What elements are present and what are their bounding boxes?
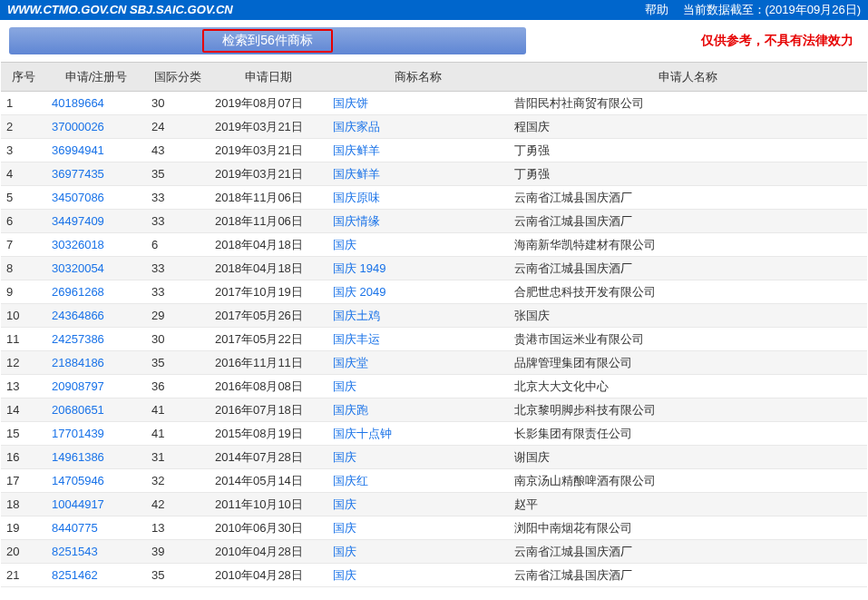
cell-date: 2019年03月21日 <box>210 162 327 186</box>
cell-seq: 4 <box>1 162 46 186</box>
cell-seq: 9 <box>1 280 46 304</box>
name-link[interactable]: 国庆 <box>333 521 356 535</box>
cell-reg: 36977435 <box>46 162 146 186</box>
cell-reg: 14961386 <box>46 446 146 469</box>
name-link[interactable]: 国庆 <box>333 379 356 393</box>
cell-name: 国庆跑 <box>327 398 509 422</box>
cell-name: 国庆饼 <box>327 92 509 115</box>
cell-seq: 16 <box>1 446 46 469</box>
reg-link[interactable]: 8251462 <box>52 568 98 582</box>
reg-link[interactable]: 30326018 <box>52 238 104 251</box>
reg-link[interactable]: 36977435 <box>52 167 104 181</box>
reg-link[interactable]: 21884186 <box>52 356 104 369</box>
cell-reg: 14705946 <box>46 469 146 493</box>
cell-applicant: 丁勇强 <box>509 162 867 186</box>
cell-applicant: 张国庆 <box>509 304 867 328</box>
cell-date: 2011年10月10日 <box>210 493 327 516</box>
name-link[interactable]: 国庆鲜羊 <box>333 167 380 181</box>
cell-class: 32 <box>146 469 210 493</box>
reg-link[interactable]: 24364866 <box>52 309 104 322</box>
name-link[interactable]: 国庆 <box>333 545 356 558</box>
table-row: 237000026242019年03月21日国庆家品程国庆 <box>1 115 867 139</box>
cell-seq: 1 <box>1 92 46 115</box>
disclaimer-text: 仅供参考，不具有法律效力 <box>701 33 853 49</box>
reg-link[interactable]: 14961386 <box>52 450 104 464</box>
cell-name: 国庆土鸡 <box>327 304 509 328</box>
table-row: 830320054332018年04月18日国庆 1949云南省江城县国庆酒厂 <box>1 257 867 280</box>
cell-seq: 13 <box>1 375 46 398</box>
table-row: 208251543392010年04月28日国庆云南省江城县国庆酒厂 <box>1 540 867 564</box>
name-link[interactable]: 国庆红 <box>333 474 368 487</box>
reg-link[interactable]: 14705946 <box>52 474 104 487</box>
cell-class: 36 <box>146 375 210 398</box>
name-link[interactable]: 国庆家品 <box>333 120 380 133</box>
cell-applicant: 合肥世忠科技开发有限公司 <box>509 280 867 304</box>
table-row: 926961268332017年10月19日国庆 2049合肥世忠科技开发有限公… <box>1 280 867 304</box>
name-link[interactable]: 国庆 1949 <box>333 261 386 275</box>
name-link[interactable]: 国庆 2049 <box>333 285 386 299</box>
reg-link[interactable]: 17701439 <box>52 427 104 440</box>
name-link[interactable]: 国庆跑 <box>333 403 368 417</box>
cell-reg: 20908797 <box>46 375 146 398</box>
col-header-class: 国际分类 <box>146 63 210 92</box>
cell-date: 2016年07月18日 <box>210 398 327 422</box>
name-link[interactable]: 国庆原味 <box>333 191 380 204</box>
table-row: 1714705946322014年05月14日国庆红南京汤山精酿啤酒有限公司 <box>1 469 867 493</box>
cell-class: 41 <box>146 398 210 422</box>
reg-link[interactable]: 10044917 <box>52 497 104 511</box>
reg-link[interactable]: 36994941 <box>52 143 104 157</box>
cell-class: 24 <box>146 115 210 139</box>
cell-applicant: 南京汤山精酿啤酒有限公司 <box>509 469 867 493</box>
reg-link[interactable]: 40189664 <box>52 96 104 110</box>
cell-name: 国庆 <box>327 446 509 469</box>
cell-date: 2019年03月21日 <box>210 115 327 139</box>
cell-name: 国庆 <box>327 493 509 516</box>
name-link[interactable]: 国庆十点钟 <box>333 427 392 440</box>
cell-applicant: 云南省江城县国庆酒厂 <box>509 564 867 587</box>
name-link[interactable]: 国庆 <box>333 497 356 511</box>
reg-link[interactable]: 20908797 <box>52 379 104 393</box>
cell-applicant: 海南新华凯特建材有限公司 <box>509 233 867 257</box>
cell-date: 2019年03月21日 <box>210 139 327 162</box>
reg-link[interactable]: 8251543 <box>52 545 98 558</box>
cell-class: 33 <box>146 186 210 210</box>
cell-seq: 5 <box>1 186 46 210</box>
reg-link[interactable]: 37000026 <box>52 120 104 133</box>
reg-link[interactable]: 24257386 <box>52 332 104 346</box>
name-link[interactable]: 国庆土鸡 <box>333 309 380 322</box>
name-link[interactable]: 国庆丰运 <box>333 332 380 346</box>
cell-date: 2018年11月06日 <box>210 186 327 210</box>
cell-class: 33 <box>146 257 210 280</box>
cell-date: 2018年11月06日 <box>210 210 327 233</box>
cell-applicant: 品牌管理集团有限公司 <box>509 351 867 375</box>
cell-date: 2010年06月30日 <box>210 516 327 540</box>
name-link[interactable]: 国庆 <box>333 568 356 582</box>
cell-name: 国庆 1949 <box>327 257 509 280</box>
cell-reg: 26961268 <box>46 280 146 304</box>
cell-reg: 17701439 <box>46 422 146 446</box>
name-link[interactable]: 国庆鲜羊 <box>333 143 380 157</box>
cell-seq: 18 <box>1 493 46 516</box>
sub-bar: 检索到56件商标 仅供参考，不具有法律效力 <box>9 27 859 54</box>
table-row: 1124257386302017年05月22日国庆丰运贵港市国运米业有限公司 <box>1 328 867 351</box>
cell-reg: 30326018 <box>46 233 146 257</box>
cell-class: 33 <box>146 210 210 233</box>
name-link[interactable]: 国庆饼 <box>333 96 368 110</box>
name-link[interactable]: 国庆 <box>333 238 356 251</box>
name-link[interactable]: 国庆堂 <box>333 356 368 369</box>
reg-link[interactable]: 34497409 <box>52 214 104 228</box>
help-link[interactable]: 帮助 <box>645 3 668 16</box>
cell-applicant: 长影集团有限责任公司 <box>509 422 867 446</box>
reg-link[interactable]: 20680651 <box>52 403 104 417</box>
reg-link[interactable]: 8440775 <box>52 521 98 535</box>
site-urls: WWW.CTMO.GOV.CN SBJ.SAIC.GOV.CN <box>7 0 233 20</box>
cell-name: 国庆情缘 <box>327 210 509 233</box>
name-link[interactable]: 国庆 <box>333 450 356 464</box>
name-link[interactable]: 国庆情缘 <box>333 214 380 228</box>
cell-seq: 6 <box>1 210 46 233</box>
cell-applicant: 贵港市国运米业有限公司 <box>509 328 867 351</box>
cell-date: 2010年04月28日 <box>210 564 327 587</box>
reg-link[interactable]: 26961268 <box>52 285 104 299</box>
reg-link[interactable]: 34507086 <box>52 191 104 204</box>
reg-link[interactable]: 30320054 <box>52 261 104 275</box>
